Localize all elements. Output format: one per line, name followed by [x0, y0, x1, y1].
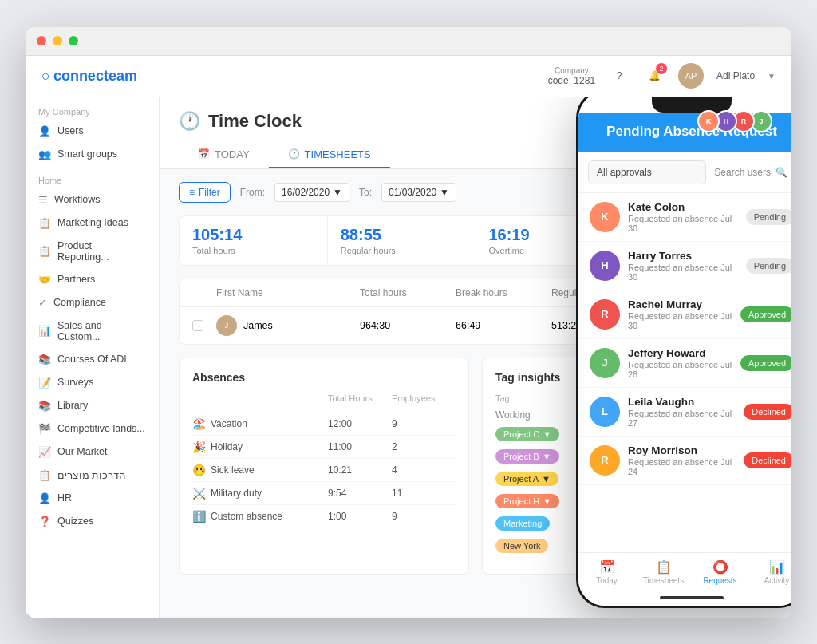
tag-marketing[interactable]: Marketing [495, 516, 550, 531]
military-label: ⚔️ Military duty [192, 487, 328, 500]
tab-today[interactable]: 📅 TODAY [179, 142, 269, 168]
all-approvals-button[interactable]: All approvals [588, 160, 706, 184]
rachel-name: Rachel Murray [628, 298, 732, 310]
regular-hours-label: Regular hours [341, 246, 463, 255]
sidebar-item-sales[interactable]: 📊 Sales and Custom... [26, 314, 159, 348]
sidebar-item-compliance[interactable]: ✓ Compliance [26, 291, 159, 314]
sidebar-market-label: Our Market [57, 446, 108, 457]
absence-vacation: 🏖️ Vacation 12:00 9 [192, 413, 456, 436]
tag-project-a[interactable]: Project A ▼ [495, 472, 558, 486]
sidebar-item-users[interactable]: 👤 Users [26, 120, 159, 143]
list-item-roy[interactable]: R Roy Morrison Requested an absence Jul … [578, 437, 791, 485]
jeffery-status: Approved [740, 355, 791, 371]
list-item-kate[interactable]: K Kate Colon Requested an absence Jul 30… [578, 193, 791, 242]
sidebar-item-courses[interactable]: 📚 Courses Of ADI [26, 348, 159, 371]
filter-button[interactable]: ≡ Filter [179, 182, 231, 203]
logo[interactable]: ○ connecteam [41, 68, 137, 85]
col-first-name: First Name [216, 287, 360, 298]
list-item-rachel[interactable]: R Rachel Murray Requested an absence Jul… [578, 290, 791, 339]
roy-status: Declined [744, 452, 791, 468]
page-title: 🕐 Time Clock [179, 111, 302, 132]
from-date-picker[interactable]: 16/02/2020 ▼ [274, 183, 349, 202]
custom-icon: ℹ️ [192, 510, 206, 523]
search-users-button[interactable]: Search users 🔍 [706, 160, 791, 184]
military-employees: 11 [392, 488, 456, 499]
to-date-picker[interactable]: 01/03/2020 ▼ [381, 183, 456, 202]
new-york-label: New York [503, 541, 540, 551]
phone-nav-activity[interactable]: 📊 Activity [748, 558, 791, 587]
absence-holiday: 🎉 Holiday 11:00 2 [192, 436, 456, 459]
phone-nav-timesheets[interactable]: 📋 Timesheets [635, 558, 692, 587]
help-button[interactable]: ? [608, 65, 630, 87]
vacation-employees: 9 [392, 418, 456, 429]
james-avatar: J [216, 315, 237, 336]
main-content: 🕐 Time Clock K H R J 📅 TODAY [160, 97, 791, 618]
page-title-text: Time Clock [208, 111, 302, 132]
list-item-leila[interactable]: L Leila Vaughn Requested an absence Jul … [578, 388, 791, 437]
list-item-jeffery[interactable]: J Jeffery Howard Requested an absence Ju… [578, 339, 791, 388]
maximize-button[interactable] [69, 36, 78, 45]
tag-new-york[interactable]: New York [495, 539, 548, 553]
kate-name: Kate Colon [628, 201, 738, 213]
sidebar-item-hadracha[interactable]: 📋 הדרכות מוצרים [26, 464, 159, 487]
sidebar-item-marketing[interactable]: 📋 Marketing Ideas [26, 211, 159, 235]
sidebar-item-our-market[interactable]: 📈 Our Market [26, 441, 159, 464]
sidebar-compliance-label: Compliance [53, 297, 106, 308]
project-b-label: Project B [503, 452, 539, 461]
phone-nav-requests[interactable]: ⭕ Requests [692, 558, 748, 587]
holiday-employees: 2 [392, 441, 456, 452]
to-label: To: [359, 187, 372, 198]
tag-project-h[interactable]: Project H ▼ [495, 494, 559, 508]
sidebar-item-partners[interactable]: 🤝 Partners [26, 268, 159, 291]
project-c-chevron: ▼ [543, 429, 551, 439]
user-menu-chevron[interactable]: ▼ [768, 72, 776, 81]
sidebar-item-competitive[interactable]: 🏁 Competitive lands... [26, 417, 159, 441]
logo-text: connecteam [53, 68, 137, 85]
hadracha-icon: 📋 [38, 469, 51, 481]
user-name: Adi Plato [716, 70, 755, 81]
search-users-label: Search users [714, 167, 771, 178]
list-item-harry[interactable]: H Harry Torres Requested an absence Jul … [578, 242, 791, 290]
absence-custom: ℹ️ Custom absence 1:00 9 [192, 505, 456, 527]
project-h-chevron: ▼ [543, 496, 551, 506]
minimize-button[interactable] [53, 36, 62, 45]
harry-name: Harry Torres [628, 250, 738, 262]
james-break: 66:49 [456, 320, 551, 331]
roy-sub: Requested an absence Jul 24 [628, 457, 736, 476]
user-icon: 👤 [38, 125, 51, 137]
sidebar-item-quizzes[interactable]: ❓ Quizzes [26, 510, 159, 533]
user-avatar[interactable]: AP [678, 63, 704, 89]
absences-card: Absences Total Hours Employees 🏖️ Vacati… [179, 358, 469, 575]
all-approvals-label: All approvals [597, 167, 652, 178]
sidebar-item-hr[interactable]: 👤 HR [26, 487, 159, 510]
tag-project-b[interactable]: Project B ▼ [495, 449, 559, 464]
company-label: Company [548, 66, 595, 75]
sidebar-item-surveys[interactable]: 📝 Surveys [26, 371, 159, 394]
tag-project-c[interactable]: Project C ▼ [495, 427, 559, 441]
rachel-status: Approved [740, 306, 791, 322]
notifications-button[interactable]: 🔔 2 [643, 65, 665, 87]
from-date-chevron: ▼ [333, 187, 342, 198]
phone-nav-today[interactable]: 📅 Today [578, 558, 635, 587]
sidebar-item-workflows[interactable]: ☰ Workflows [26, 188, 159, 211]
phone-search-row: All approvals Search users 🔍 [578, 152, 791, 193]
sidebar-item-product-reporting[interactable]: 📋 Product Reporting... [26, 235, 159, 268]
marketing-icon: 📋 [38, 217, 51, 229]
sidebar-item-library[interactable]: 📚 Library [26, 394, 159, 417]
close-button[interactable] [37, 36, 46, 45]
sidebar-hr-label: HR [57, 492, 72, 504]
activity-nav-icon: 📊 [769, 559, 785, 575]
product-reporting-icon: 📋 [38, 245, 51, 257]
sick-icon: 🤒 [192, 464, 206, 476]
leila-sub: Requested an absence Jul 27 [628, 409, 736, 428]
tab-timesheets[interactable]: 🕐 TIMESHEETS [269, 142, 390, 168]
stat-total-hours: 105:14 Total hours [180, 216, 328, 265]
mac-window: ○ connecteam Company code: 1281 ? 🔔 2 AP… [26, 27, 791, 618]
today-tab-icon: 📅 [198, 148, 210, 160]
top-nav: ○ connecteam Company code: 1281 ? 🔔 2 AP… [26, 56, 791, 97]
sidebar-item-smart-groups[interactable]: 👥 Smart groups [26, 143, 159, 166]
row-checkbox[interactable] [192, 320, 203, 331]
leila-status: Declined [744, 404, 791, 420]
vacation-label: 🏖️ Vacation [192, 417, 328, 430]
workflows-icon: ☰ [38, 194, 48, 206]
